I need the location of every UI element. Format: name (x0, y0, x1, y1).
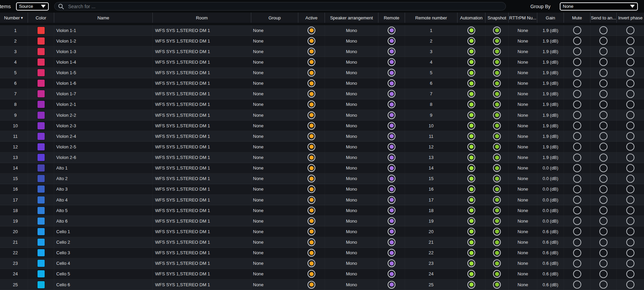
send-to-toggle[interactable] (599, 58, 608, 66)
send-to-toggle[interactable] (599, 111, 608, 119)
table-row[interactable]: 17Alto 4WFS SYS 1,STEREO DM 1NoneMono17N… (0, 195, 644, 205)
invert-phase-toggle[interactable] (626, 79, 634, 87)
table-row[interactable]: 24Cello 5WFS SYS 1,STEREO DM 1NoneMono24… (0, 269, 644, 279)
automation-toggle[interactable] (467, 58, 475, 66)
mute-toggle[interactable] (573, 132, 581, 140)
invert-phase-toggle[interactable] (626, 206, 634, 214)
automation-toggle[interactable] (467, 164, 475, 172)
mute-toggle[interactable] (573, 90, 581, 98)
snapshot-toggle[interactable] (493, 164, 501, 172)
mute-toggle[interactable] (573, 185, 581, 193)
send-to-toggle[interactable] (599, 206, 608, 214)
snapshot-toggle[interactable] (493, 58, 501, 66)
color-swatch[interactable] (38, 154, 45, 161)
invert-phase-toggle[interactable] (626, 217, 634, 225)
invert-phase-toggle[interactable] (626, 154, 634, 162)
table-row[interactable]: 21Cello 2WFS SYS 1,STEREO DM 1NoneMono21… (0, 237, 644, 248)
header-invert-phase[interactable]: Invert phase (617, 13, 644, 23)
send-to-toggle[interactable] (599, 185, 608, 193)
send-to-toggle[interactable] (599, 227, 608, 236)
mute-toggle[interactable] (573, 227, 581, 236)
table-row[interactable]: 3Violon 1-3WFS SYS 1,STEREO DM 1NoneMono… (0, 46, 644, 57)
mute-toggle[interactable] (573, 154, 581, 162)
remote-toggle[interactable] (388, 270, 395, 278)
active-toggle[interactable] (308, 122, 315, 130)
mute-toggle[interactable] (573, 111, 581, 119)
snapshot-toggle[interactable] (493, 228, 501, 236)
snapshot-toggle[interactable] (493, 48, 501, 55)
table-row[interactable]: 6Violon 1-6WFS SYS 1,STEREO DM 1NoneMono… (0, 78, 644, 89)
header-remote[interactable]: Remote (378, 13, 405, 23)
header-number[interactable]: Number ▼ (0, 13, 28, 23)
invert-phase-toggle[interactable] (626, 227, 634, 236)
automation-toggle[interactable] (467, 111, 475, 119)
remote-toggle[interactable] (388, 143, 395, 151)
remote-toggle[interactable] (388, 228, 395, 236)
invert-phase-toggle[interactable] (626, 69, 634, 77)
send-to-toggle[interactable] (599, 26, 608, 34)
send-to-toggle[interactable] (599, 175, 608, 183)
snapshot-toggle[interactable] (493, 69, 501, 77)
automation-toggle[interactable] (467, 154, 475, 161)
active-toggle[interactable] (308, 228, 315, 236)
color-swatch[interactable] (38, 175, 45, 182)
active-toggle[interactable] (308, 111, 315, 119)
invert-phase-toggle[interactable] (626, 185, 634, 193)
invert-phase-toggle[interactable] (626, 196, 634, 204)
snapshot-toggle[interactable] (493, 37, 501, 45)
remote-toggle[interactable] (388, 238, 395, 246)
active-toggle[interactable] (308, 132, 315, 140)
header-mute[interactable]: Mute (564, 13, 590, 23)
invert-phase-toggle[interactable] (626, 47, 634, 55)
invert-phase-toggle[interactable] (626, 270, 634, 278)
send-to-toggle[interactable] (599, 217, 608, 225)
snapshot-toggle[interactable] (493, 122, 501, 130)
automation-toggle[interactable] (467, 37, 475, 45)
active-toggle[interactable] (308, 90, 315, 98)
snapshot-toggle[interactable] (493, 281, 501, 289)
table-row[interactable]: 2Violon 1-2WFS SYS 1,STEREO DM 1NoneMono… (0, 36, 644, 46)
mute-toggle[interactable] (573, 79, 581, 87)
invert-phase-toggle[interactable] (626, 100, 634, 109)
active-toggle[interactable] (308, 196, 315, 204)
active-toggle[interactable] (308, 37, 315, 45)
table-row[interactable]: 23Cello 4WFS SYS 1,STEREO DM 1NoneMono23… (0, 258, 644, 269)
mute-toggle[interactable] (573, 164, 581, 172)
item-type-dropdown[interactable]: Source (16, 2, 49, 11)
send-to-toggle[interactable] (599, 238, 608, 246)
active-toggle[interactable] (308, 259, 315, 267)
remote-toggle[interactable] (388, 175, 395, 182)
remote-toggle[interactable] (388, 69, 395, 77)
color-swatch[interactable] (38, 27, 45, 34)
table-row[interactable]: 4Violon 1-4WFS SYS 1,STEREO DM 1NoneMono… (0, 57, 644, 67)
active-toggle[interactable] (308, 79, 315, 87)
remote-toggle[interactable] (388, 90, 395, 98)
mute-toggle[interactable] (573, 175, 581, 183)
mute-toggle[interactable] (573, 143, 581, 151)
header-color[interactable]: Color (28, 13, 54, 23)
remote-toggle[interactable] (388, 37, 395, 45)
invert-phase-toggle[interactable] (626, 238, 634, 246)
send-to-toggle[interactable] (599, 47, 608, 55)
send-to-toggle[interactable] (599, 164, 608, 172)
color-swatch[interactable] (38, 69, 45, 76)
table-row[interactable]: 22Cello 3WFS SYS 1,STEREO DM 1NoneMono22… (0, 248, 644, 258)
snapshot-toggle[interactable] (493, 249, 501, 257)
color-swatch[interactable] (38, 239, 45, 246)
remote-toggle[interactable] (388, 48, 395, 55)
snapshot-toggle[interactable] (493, 185, 501, 193)
invert-phase-toggle[interactable] (626, 143, 634, 151)
color-swatch[interactable] (38, 218, 45, 225)
color-swatch[interactable] (38, 186, 45, 193)
invert-phase-toggle[interactable] (626, 58, 634, 66)
table-row[interactable]: 11Violon 2-4WFS SYS 1,STEREO DM 1NoneMon… (0, 131, 644, 142)
active-toggle[interactable] (308, 58, 315, 66)
snapshot-toggle[interactable] (493, 132, 501, 140)
snapshot-toggle[interactable] (493, 79, 501, 87)
snapshot-toggle[interactable] (493, 90, 501, 98)
remote-toggle[interactable] (388, 154, 395, 161)
color-swatch[interactable] (38, 112, 45, 119)
send-to-toggle[interactable] (599, 100, 608, 109)
invert-phase-toggle[interactable] (626, 111, 634, 119)
send-to-toggle[interactable] (599, 37, 608, 45)
